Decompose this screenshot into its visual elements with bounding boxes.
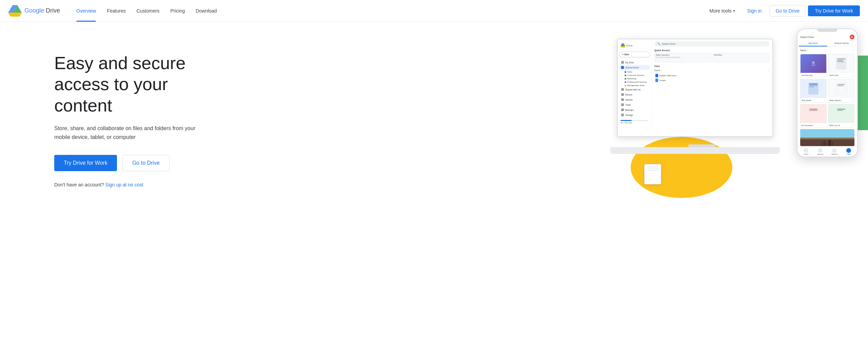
quick-access-item-1[interactable]: Sales Copy.docx Priya Sharma added in th… — [654, 53, 711, 62]
signup-link[interactable]: Sign up at no cost — [105, 182, 143, 187]
phone-file-thumb-work-list — [828, 104, 854, 123]
drive-nav-my-drive[interactable]: My Drive — [619, 60, 650, 65]
file-options-icon[interactable]: ⋮ — [823, 74, 825, 76]
drive-main-content: 🔍 Search Drive Quick Access Sales Copy.d… — [652, 39, 772, 136]
phone-file-card-my-document[interactable]: My Document ⋮ — [800, 104, 827, 128]
drive-file-row-editable[interactable]: Editable offline doco... — [654, 73, 770, 78]
nav-link-download[interactable]: Download — [190, 0, 222, 22]
drive-nav-sub-marketing[interactable]: Marketing — [619, 77, 650, 80]
files-name-col: Name ↑ — [654, 69, 662, 72]
phone-nav-home[interactable]: Home — [799, 148, 813, 155]
logo-link[interactable]: Google Drive — [8, 5, 60, 17]
my-doc-options-icon[interactable]: ⋮ — [823, 124, 825, 126]
drive-new-button[interactable]: + New — [619, 52, 650, 57]
storage-bar: 30.7 GB used — [620, 120, 649, 124]
drive-nav-backups[interactable]: Backups — [619, 107, 650, 112]
customer-success-dot-icon — [625, 75, 626, 76]
chevron-down-icon: ▾ — [733, 8, 735, 13]
nav-link-customers[interactable]: Customers — [131, 0, 165, 22]
drive-nav-storage[interactable]: Storage — [619, 113, 650, 117]
major-thumbnail — [836, 83, 846, 95]
phone-file-card-major[interactable]: Major opportu... ⋮ — [828, 79, 854, 103]
phone-file-card-task[interactable]: Task details ⋮ — [800, 79, 827, 103]
phone-file-card-gantt[interactable]: Gantt chart ⋮ — [828, 54, 854, 78]
shared-drives-icon — [621, 66, 624, 69]
nav-link-pricing[interactable]: Pricing — [165, 0, 190, 22]
nav-link-features[interactable]: Features — [101, 0, 131, 22]
try-drive-for-work-button[interactable]: Try Drive for Work — [808, 5, 860, 16]
city-skyline — [800, 139, 854, 146]
drive-sidebar-logo-text: Drive — [626, 44, 633, 47]
drive-nav-recent[interactable]: Recent — [619, 92, 650, 97]
drive-nav-sub-customer-success[interactable]: Customer Success — [619, 74, 650, 77]
phone-options-icon[interactable]: ⋮ — [852, 49, 854, 52]
work-list-thumbnail — [836, 108, 846, 120]
management-team-dot-icon — [625, 85, 626, 86]
sales-dot-icon — [625, 71, 626, 73]
shared-nav-icon — [832, 148, 837, 153]
drive-file-row-google[interactable]: Google... — [654, 78, 770, 83]
more-tools-button[interactable]: More tools ▾ — [705, 5, 739, 16]
hero-buttons: Try Drive for Work Go to Drive — [54, 155, 231, 171]
drive-nav-trash[interactable]: Trash — [619, 102, 650, 107]
phone-file-card-work-list[interactable]: Work List_01 ⋮ — [828, 104, 854, 128]
home-icon — [804, 148, 808, 153]
logo-text: Google Drive — [24, 7, 60, 14]
storage-text: 30.7 GB used — [620, 122, 649, 124]
nav-right: More tools ▾ Sign in Go to Drive Try Dri… — [705, 5, 860, 17]
quick-access-item-2[interactable]: Rick Mac... — [713, 53, 770, 62]
professional-services-dot-icon — [625, 81, 626, 83]
starred-icon — [621, 98, 624, 101]
drive-desktop-ui: Drive + New My Drive Shared drives — [618, 39, 772, 136]
phone-nav-starred[interactable]: Starred — [813, 148, 827, 155]
phone-file-name-work-list: Work List_01 — [829, 124, 840, 126]
major-options-icon[interactable]: ⋮ — [851, 99, 853, 101]
drive-nav-shared-drives[interactable]: Shared drives — [619, 65, 650, 70]
my-doc-thumbnail — [808, 108, 818, 120]
phone-file-card-astronaut[interactable]: astronaut.jpg ⋮ — [800, 54, 827, 78]
phone-body: Search Drive R My Drive Shared drives Na… — [797, 28, 858, 157]
task-options-icon[interactable]: ⋮ — [823, 99, 825, 101]
drive-nav-starred[interactable]: Starred — [619, 97, 650, 102]
drive-nav-shared-with-me[interactable]: Shared with me — [619, 87, 650, 92]
phone-name-header: Name ↑ ⋮ — [799, 48, 856, 53]
sign-in-button[interactable]: Sign in — [742, 5, 767, 16]
recent-icon — [621, 93, 624, 96]
phone-file-thumb-gantt — [828, 54, 854, 73]
phone-file-thumb-major — [828, 79, 854, 98]
navigation: Google Drive Overview Features Customers… — [0, 0, 868, 22]
files-options-icon[interactable]: ⋮ — [767, 69, 770, 72]
drive-nav-sub-sales[interactable]: Sales — [619, 70, 650, 74]
hero-signup-text: Don't have an account? Sign up at no cos… — [54, 182, 231, 187]
phone-drive-title: Search Drive — [800, 36, 814, 38]
phone-nav-shared[interactable]: Shared — [827, 148, 842, 155]
phone-file-thumb-astronaut — [801, 54, 826, 73]
file-icon-google — [655, 79, 658, 82]
phone-nav-files[interactable]: Files — [842, 148, 856, 155]
hero-try-drive-button[interactable]: Try Drive for Work — [54, 155, 117, 171]
drive-search-bar[interactable]: 🔍 Search Drive — [654, 41, 770, 46]
gantt-thumbnail — [836, 58, 846, 69]
phone-tab-my-drive[interactable]: My Drive — [799, 41, 827, 46]
hero-content: Easy and secure access to your content S… — [54, 53, 231, 187]
phone-file-info-gantt: Gantt chart ⋮ — [828, 73, 854, 77]
work-list-options-icon[interactable]: ⋮ — [851, 124, 853, 126]
phone-drive-header: Search Drive R — [799, 33, 856, 41]
storage-icon — [621, 114, 624, 116]
phone-file-info-my-document: My Document ⋮ — [801, 123, 826, 127]
hero-go-to-drive-button[interactable]: Go to Drive — [122, 155, 170, 171]
gantt-options-icon[interactable]: ⋮ — [851, 74, 853, 76]
drive-sidebar-logo: Drive — [619, 42, 650, 49]
hero-subtitle: Store, share, and collaborate on files a… — [54, 124, 203, 141]
drive-nav-sub-professional-services[interactable]: Professional Services — [619, 80, 650, 84]
phone-tab-shared-drives[interactable]: Shared drives — [827, 41, 856, 46]
floating-paper-decoration — [644, 164, 661, 184]
drive-nav-sub-management-team[interactable]: Management Team — [619, 84, 650, 87]
nav-link-overview[interactable]: Overview — [71, 0, 101, 22]
phone-tabs: My Drive Shared drives — [799, 41, 856, 47]
phone-file-name-my-document: My Document — [802, 124, 813, 126]
quick-access-title: Quick Access — [654, 49, 770, 52]
marketing-dot-icon — [625, 78, 626, 80]
hero-illustration: Drive + New My Drive Shared drives — [610, 28, 868, 211]
go-to-drive-button[interactable]: Go to Drive — [770, 5, 805, 17]
